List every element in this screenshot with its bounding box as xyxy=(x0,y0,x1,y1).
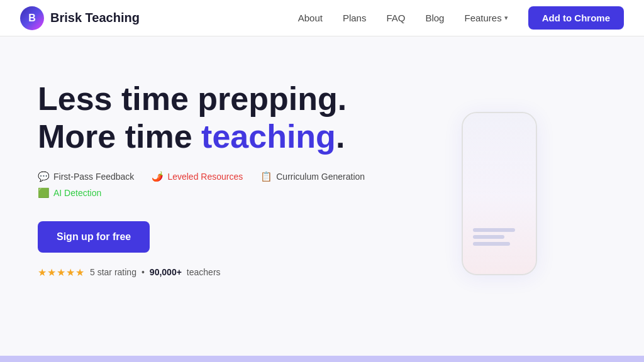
nav-links: About Plans FAQ Blog Features ▾ xyxy=(298,13,508,23)
feature-ai-detection: 🟩 AI Detection xyxy=(38,187,101,199)
phone-mockup xyxy=(462,112,537,275)
hero-title-line2-plain: More time xyxy=(38,118,201,155)
rating-separator: • xyxy=(142,267,145,277)
feature-leveled-resources: 🌶️ Leveled Resources xyxy=(152,171,243,182)
feature-first-pass: 💬 First-Pass Feedback xyxy=(38,171,134,182)
navbar: B Brisk Teaching About Plans FAQ Blog Fe… xyxy=(0,0,644,36)
feature-curriculum: 📋 Curriculum Generation xyxy=(260,171,365,182)
green-square-icon: 🟩 xyxy=(38,187,50,199)
hero-section: Less time prepping. More time teaching. … xyxy=(0,36,644,338)
star-rating-icons: ★★★★★ xyxy=(38,266,85,278)
hero-content: Less time prepping. More time teaching. … xyxy=(38,74,380,278)
nav-item-blog[interactable]: Blog xyxy=(425,13,444,23)
add-to-chrome-button[interactable]: Add to Chrome xyxy=(528,6,624,30)
hero-title-accent: teaching xyxy=(201,118,336,155)
logo-icon: B xyxy=(20,6,44,30)
feature-label-ai: AI Detection xyxy=(53,188,101,198)
phone-line-2 xyxy=(473,235,504,239)
feature-list: 💬 First-Pass Feedback 🌶️ Leveled Resourc… xyxy=(38,171,380,199)
chat-icon: 💬 xyxy=(38,171,50,182)
pepper-icon: 🌶️ xyxy=(152,171,164,182)
nav-item-about[interactable]: About xyxy=(298,13,323,23)
teacher-count: 90,000+ xyxy=(150,267,182,277)
hero-title-line1: Less time prepping. xyxy=(38,80,347,117)
nav-item-faq[interactable]: FAQ xyxy=(386,13,405,23)
chevron-down-icon: ▾ xyxy=(504,14,508,22)
phone-line-3 xyxy=(473,242,510,246)
teachers-label: teachers xyxy=(187,267,221,277)
nav-item-plans[interactable]: Plans xyxy=(343,13,367,23)
rating-text: 5 star rating xyxy=(90,267,136,277)
signup-button[interactable]: Sign up for free xyxy=(38,221,150,253)
phone-line-1 xyxy=(473,228,515,232)
clipboard-icon: 📋 xyxy=(260,171,272,182)
hero-title-period: . xyxy=(336,118,345,155)
nav-logo[interactable]: B Brisk Teaching xyxy=(20,6,140,30)
phone-screen-background xyxy=(463,113,536,274)
phone-content-lines xyxy=(473,228,526,249)
hero-image xyxy=(392,74,606,313)
hero-rating: ★★★★★ 5 star rating • 90,000+ teachers xyxy=(38,266,380,278)
feature-label-leveled: Leveled Resources xyxy=(167,172,243,182)
nav-item-features[interactable]: Features ▾ xyxy=(464,13,508,23)
feature-label-first-pass: First-Pass Feedback xyxy=(53,172,134,182)
feature-label-curriculum: Curriculum Generation xyxy=(276,172,365,182)
bottom-accent-bar xyxy=(0,356,644,362)
hero-title: Less time prepping. More time teaching. xyxy=(38,80,380,156)
brand-name: Brisk Teaching xyxy=(50,11,140,25)
